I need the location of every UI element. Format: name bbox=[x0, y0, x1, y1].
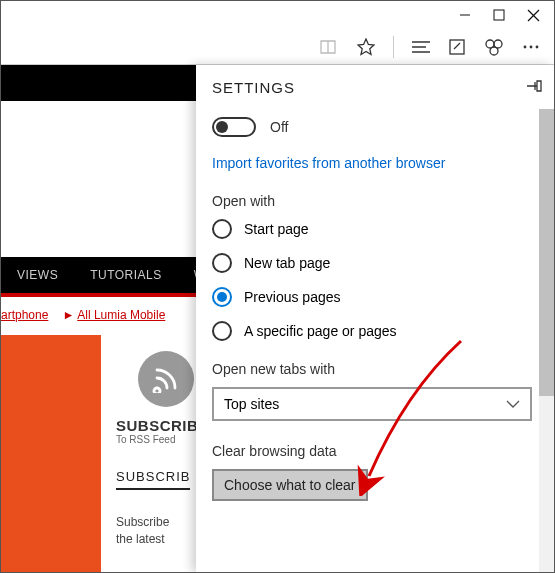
web-note-icon[interactable] bbox=[448, 38, 466, 56]
favorite-star-icon[interactable] bbox=[357, 38, 375, 56]
nav-item-views[interactable]: VIEWS bbox=[1, 257, 74, 293]
radio-icon bbox=[212, 219, 232, 239]
open-new-tabs-label: Open new tabs with bbox=[212, 361, 532, 377]
choose-what-to-clear-button[interactable]: Choose what to clear bbox=[212, 469, 368, 501]
svg-point-13 bbox=[536, 45, 539, 48]
radio-label: A specific page or pages bbox=[244, 323, 397, 339]
link-artphone[interactable]: artphone bbox=[1, 308, 48, 322]
import-favorites-link[interactable]: Import favorites from another browser bbox=[212, 155, 445, 171]
minimize-icon[interactable] bbox=[459, 9, 471, 21]
select-value: Top sites bbox=[224, 396, 279, 412]
radio-new-tab-page[interactable]: New tab page bbox=[212, 253, 532, 273]
radio-start-page[interactable]: Start page bbox=[212, 219, 532, 239]
browser-toolbar bbox=[1, 29, 554, 65]
radio-label: Start page bbox=[244, 221, 309, 237]
svg-rect-7 bbox=[450, 40, 464, 54]
settings-title: SETTINGS bbox=[212, 79, 295, 96]
svg-point-10 bbox=[490, 47, 498, 55]
link-lumia[interactable]: All Lumia Mobile bbox=[77, 308, 165, 322]
subscribe-second-title: SUBSCRIB bbox=[116, 469, 190, 490]
toggle-row: Off bbox=[212, 117, 532, 137]
more-icon[interactable] bbox=[522, 44, 540, 50]
maximize-icon[interactable] bbox=[493, 9, 505, 21]
open-new-tabs-select[interactable]: Top sites bbox=[212, 387, 532, 421]
settings-body: Off Import favorites from another browse… bbox=[196, 109, 554, 572]
radio-label: Previous pages bbox=[244, 289, 341, 305]
radio-icon bbox=[212, 321, 232, 341]
toggle-label: Off bbox=[270, 119, 288, 135]
radio-label: New tab page bbox=[244, 255, 330, 271]
reading-view-icon[interactable] bbox=[319, 38, 339, 56]
toggle-switch[interactable] bbox=[212, 117, 256, 137]
settings-panel: SETTINGS Off Import favorites from anoth… bbox=[196, 65, 554, 572]
settings-scrollbar[interactable] bbox=[539, 109, 554, 572]
chevron-down-icon bbox=[506, 396, 520, 412]
rss-circle-icon[interactable] bbox=[138, 351, 194, 407]
open-with-label: Open with bbox=[212, 193, 532, 209]
pin-icon[interactable] bbox=[526, 79, 542, 96]
page-orange-card bbox=[1, 335, 101, 573]
radio-specific-page[interactable]: A specific page or pages bbox=[212, 321, 532, 341]
close-icon[interactable] bbox=[527, 9, 540, 22]
radio-icon bbox=[212, 253, 232, 273]
svg-rect-1 bbox=[494, 10, 504, 20]
svg-point-11 bbox=[524, 45, 527, 48]
nav-item-tutorials[interactable]: TUTORIALS bbox=[74, 257, 178, 293]
radio-previous-pages[interactable]: Previous pages bbox=[212, 287, 532, 307]
window-titlebar bbox=[1, 1, 554, 29]
share-icon[interactable] bbox=[484, 38, 504, 56]
radio-icon bbox=[212, 287, 232, 307]
toolbar-separator bbox=[393, 36, 394, 58]
page-red-links: artphone ►All Lumia Mobile bbox=[1, 297, 165, 327]
settings-header: SETTINGS bbox=[196, 65, 554, 109]
clear-browsing-label: Clear browsing data bbox=[212, 443, 532, 459]
svg-point-12 bbox=[530, 45, 533, 48]
open-with-group: Start page New tab page Previous pages A… bbox=[212, 219, 532, 341]
hub-icon[interactable] bbox=[412, 40, 430, 54]
